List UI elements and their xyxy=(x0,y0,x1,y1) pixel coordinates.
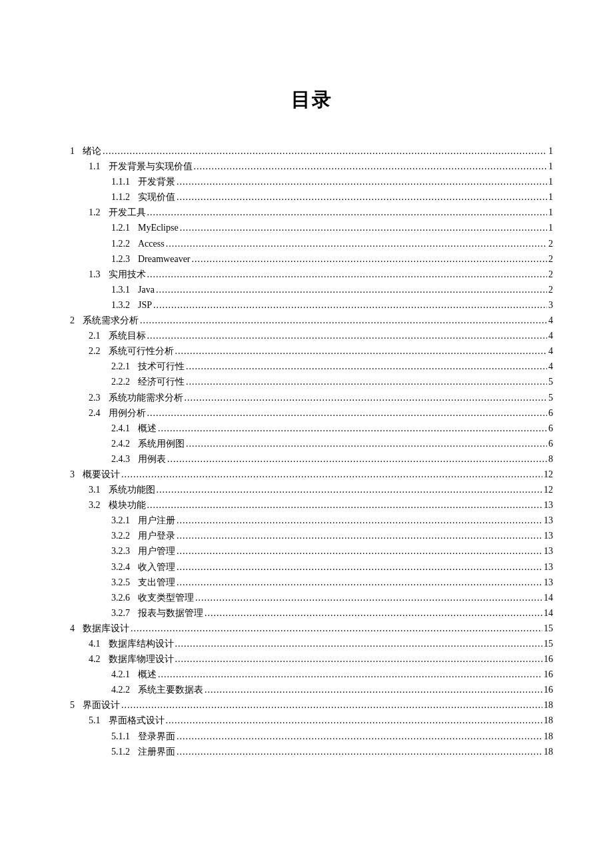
toc-entry-page: 5 xyxy=(548,393,553,403)
toc-entry-label: 概要设计 xyxy=(83,470,120,479)
toc-entry-leader xyxy=(185,393,548,403)
toc-entry: 1.2.2Access2 xyxy=(70,239,553,249)
toc-entry-number: 3.2.3 xyxy=(111,547,130,556)
toc-entry-label: 用户注册 xyxy=(138,516,175,525)
toc-entry-page: 4 xyxy=(548,316,553,325)
toc-entry-page: 18 xyxy=(544,716,553,725)
toc-entry: 3.2.7报表与数据管理14 xyxy=(70,609,553,618)
toc-entry-number: 5.1 xyxy=(89,716,101,725)
toc-entry-leader xyxy=(195,593,542,603)
toc-entry-number: 1.3 xyxy=(89,270,101,279)
toc-entry-number: 2.1 xyxy=(89,331,101,341)
toc-entry-page: 16 xyxy=(544,655,553,664)
toc-entry: 2.4.1概述6 xyxy=(70,424,553,433)
toc-entry-page: 4 xyxy=(548,331,553,341)
toc-entry-page: 16 xyxy=(544,685,553,695)
toc-entry-leader xyxy=(121,701,542,710)
toc-entry-page: 13 xyxy=(544,501,553,510)
toc-entry-page: 8 xyxy=(548,455,553,464)
toc-entry-leader xyxy=(186,439,547,449)
toc-entry-page: 6 xyxy=(548,424,553,433)
toc-entry-label: 绪论 xyxy=(83,147,101,156)
toc-entry-label: 系统功能需求分析 xyxy=(109,393,183,403)
toc-entry: 4数据库设计15 xyxy=(70,624,553,633)
toc-entry-label: 开发背景 xyxy=(138,177,175,187)
toc-entry-number: 2.2.2 xyxy=(111,377,130,387)
toc-entry-label: 开发工具 xyxy=(109,208,146,217)
toc-entry-page: 18 xyxy=(544,747,553,757)
toc-entry-page: 1 xyxy=(548,223,553,233)
toc-entry-leader xyxy=(175,347,548,356)
toc-entry-leader xyxy=(158,670,542,679)
toc-entry-label: 用例表 xyxy=(138,455,166,464)
toc-entry-label: Access xyxy=(138,239,165,249)
toc-entry-page: 1 xyxy=(548,177,553,187)
toc-entry-number: 1.3.2 xyxy=(111,301,130,310)
toc-entry-number: 3.2.4 xyxy=(111,563,130,572)
toc-entry-number: 5.1.1 xyxy=(111,732,130,741)
toc-entry-number: 2.4.2 xyxy=(111,439,130,449)
toc-entry-number: 2.2.1 xyxy=(111,362,130,371)
toc-entry: 2.2.1技术可行性4 xyxy=(70,362,553,371)
toc-entry-page: 14 xyxy=(544,609,553,618)
toc-entry-leader xyxy=(177,193,547,202)
toc-entry-page: 14 xyxy=(544,593,553,603)
toc-entry-leader xyxy=(192,255,547,264)
toc-entry-page: 6 xyxy=(548,409,553,418)
toc-entry: 2.2系统可行性分析4 xyxy=(70,347,553,356)
toc-entry-leader xyxy=(166,239,547,249)
toc-entry-number: 5 xyxy=(70,701,75,710)
toc-entry-page: 1 xyxy=(548,193,553,202)
toc-entry-leader xyxy=(121,470,542,479)
toc-entry-label: 支出管理 xyxy=(138,578,175,587)
toc-entry-label: 系统功能图 xyxy=(109,485,155,495)
toc-entry-leader xyxy=(177,547,542,556)
toc-entry-label: Java xyxy=(138,285,155,295)
toc-entry-number: 3.1 xyxy=(89,485,101,495)
toc-entry-leader xyxy=(175,639,543,649)
toc-entry-label: 系统可行性分析 xyxy=(109,347,174,356)
toc-entry-leader xyxy=(166,716,543,725)
toc-entry-leader xyxy=(167,455,547,464)
toc-entry-number: 1.1.1 xyxy=(111,177,130,187)
toc-entry-leader xyxy=(205,685,542,695)
toc-entry-page: 16 xyxy=(544,670,553,679)
toc-entry-label: 数据库物理设计 xyxy=(109,655,174,664)
toc-entry: 2系统需求分析4 xyxy=(70,316,553,325)
toc-entry-page: 13 xyxy=(544,563,553,572)
toc-entry-leader xyxy=(177,578,542,587)
toc-entry: 4.2数据库物理设计16 xyxy=(70,655,553,664)
toc-entry-leader xyxy=(103,147,547,156)
toc-entry-page: 12 xyxy=(544,470,553,479)
toc-entry-number: 5.1.2 xyxy=(111,747,130,757)
toc-entry: 1.1.2实现价值1 xyxy=(70,193,553,202)
toc-entry-label: 系统主要数据表 xyxy=(138,685,203,695)
toc-entry-number: 3.2 xyxy=(89,501,101,510)
toc-entry-label: 用户登录 xyxy=(138,531,175,541)
toc-entry-label: 数据库结构设计 xyxy=(109,639,174,649)
toc-entry: 2.4.3用例表8 xyxy=(70,455,553,464)
toc-entry-label: 数据库设计 xyxy=(83,624,129,633)
toc-entry-label: 收入管理 xyxy=(138,563,175,572)
toc-entry-number: 1.1 xyxy=(89,162,101,171)
toc-entry-label: 用户管理 xyxy=(138,547,175,556)
toc-entry: 3.2.6收支类型管理14 xyxy=(70,593,553,603)
toc-entry-label: 模块功能 xyxy=(109,501,146,510)
toc-entry-leader xyxy=(175,655,543,664)
toc-entry-page: 4 xyxy=(548,347,553,356)
toc-entry-number: 3.2.7 xyxy=(111,609,130,618)
toc-entry-leader xyxy=(147,409,548,418)
toc-entry-leader xyxy=(157,485,543,495)
toc-entry-number: 2.4.1 xyxy=(111,424,130,433)
toc-entry-leader xyxy=(177,747,542,757)
toc-entry: 4.1数据库结构设计15 xyxy=(70,639,553,649)
toc-entry: 3.2.4收入管理13 xyxy=(70,563,553,572)
toc-entry-page: 6 xyxy=(548,439,553,449)
toc-entry-leader xyxy=(205,609,542,618)
toc-entry-leader xyxy=(177,516,542,525)
toc-entry-leader xyxy=(180,223,547,233)
toc-entry-page: 2 xyxy=(548,285,553,295)
toc-entry-label: 报表与数据管理 xyxy=(138,609,203,618)
toc-entry-number: 2.4.3 xyxy=(111,455,130,464)
toc-entry-number: 1.2 xyxy=(89,208,101,217)
